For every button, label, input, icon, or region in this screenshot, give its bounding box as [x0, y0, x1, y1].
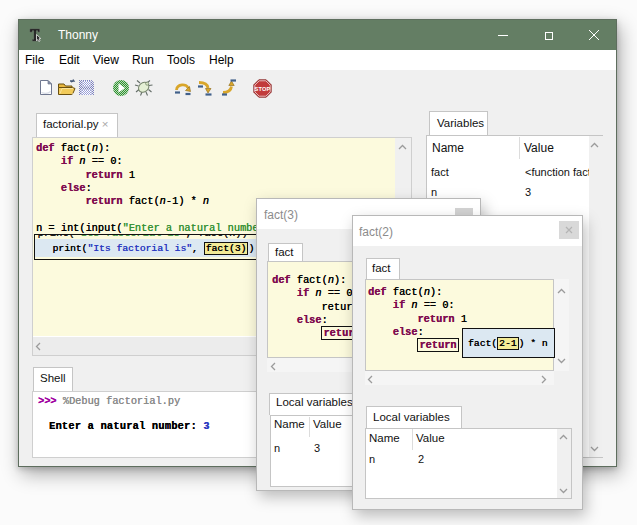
svg-text:STOP: STOP: [255, 86, 271, 92]
